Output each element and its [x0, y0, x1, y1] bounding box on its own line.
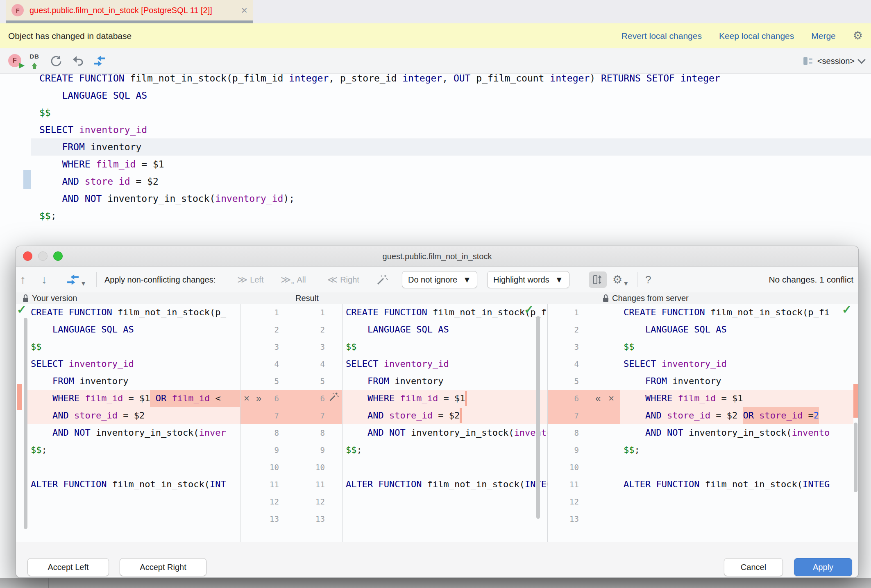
code-token: inventory_in_stock( — [411, 424, 514, 441]
accept-right-button[interactable]: Accept Right — [120, 558, 206, 576]
apply-right-button[interactable]: ≪ Right — [327, 267, 359, 292]
highlight-policy-select[interactable]: Highlight words ▼ — [487, 271, 569, 288]
code-token: $$ — [624, 441, 635, 459]
undo-icon — [71, 54, 84, 68]
code-line[interactable]: LANGUAGE SQL AS — [36, 87, 871, 104]
code-line[interactable]: FROM inventory — [36, 138, 871, 156]
close-window-button[interactable] — [23, 251, 32, 261]
line-number: 13 — [546, 510, 579, 527]
code-line[interactable]: $$; — [343, 441, 547, 459]
right-gutter: « × 12345678910111213 — [547, 304, 620, 542]
code-token: inventory_in_stock( — [689, 424, 792, 441]
run-function-button[interactable]: F▶ — [7, 48, 23, 74]
code-token: , — [442, 70, 454, 87]
apply-button[interactable]: Apply — [794, 558, 852, 576]
keep-local-changes-link[interactable]: Keep local changes — [719, 31, 794, 41]
accept-left-button[interactable]: Accept Left — [27, 558, 109, 576]
gear-icon[interactable]: ⚙ — [853, 30, 863, 41]
code-line[interactable] — [343, 510, 547, 527]
code-line[interactable]: $$; — [36, 207, 871, 224]
code-token — [624, 373, 645, 390]
code-token — [39, 87, 62, 104]
close-icon[interactable]: × — [241, 5, 247, 16]
code-token — [150, 390, 155, 407]
synchronize-scrolling-toggle[interactable] — [589, 271, 607, 288]
session-icon — [803, 56, 813, 66]
right-error-stripe-marker[interactable] — [853, 384, 858, 418]
next-change-button[interactable]: ↓ — [41, 267, 47, 292]
chevron-down-icon — [857, 56, 866, 64]
code-token: film_not_in_stock( — [130, 70, 232, 87]
apply-all-button[interactable]: ≫« All — [281, 267, 306, 292]
resolve-conflict-wand-icon[interactable] — [329, 390, 339, 407]
dialog-title-bar[interactable]: guest.public.film_not_in_stock — [16, 246, 858, 267]
result-pane[interactable]: CREATE FUNCTION film_not_in_stock(p_fil … — [343, 304, 547, 542]
insertion-marker — [465, 391, 467, 406]
minimize-window-button[interactable] — [38, 251, 48, 261]
cancel-button[interactable]: Cancel — [724, 558, 783, 576]
session-label: <session> — [817, 57, 855, 66]
run-function-icon: F▶ — [8, 54, 22, 68]
code-token: film_not_in_stock( — [112, 476, 210, 493]
compare-arrows-icon — [93, 55, 107, 67]
code-line[interactable]: CREATE FUNCTION film_not_in_stock(p_film… — [36, 70, 871, 87]
code-line[interactable]: AND store_id = $2 — [343, 407, 547, 424]
gear-icon: ⚙ — [612, 274, 622, 285]
code-line[interactable] — [343, 459, 547, 476]
left-gutter: × » 1234567891011121312345678910111213 — [240, 304, 343, 542]
code-line[interactable]: SELECT inventory_id — [36, 121, 871, 138]
code-line[interactable]: SELECT inventory_id — [343, 355, 547, 373]
code-line[interactable] — [343, 493, 547, 510]
code-line — [620, 493, 853, 510]
line-number: 5 — [546, 373, 579, 390]
previous-change-button[interactable]: ↑ — [20, 267, 26, 292]
code-token: LANGUAGE SQL AS — [367, 321, 449, 338]
ignore-right-change-icon[interactable]: × — [608, 390, 614, 407]
apply-left-button[interactable]: ≫ Left — [237, 267, 263, 292]
code-line[interactable]: ALTER FUNCTION film_not_in_stock(INTEGE — [343, 476, 547, 493]
right-scrollbar[interactable] — [854, 423, 857, 492]
revert-local-changes-link[interactable]: Revert local changes — [621, 31, 702, 41]
code-line — [620, 510, 853, 527]
code-token: ALTER FUNCTION — [624, 476, 705, 493]
code-line[interactable]: FROM inventory — [343, 373, 547, 390]
zoom-window-button[interactable] — [53, 251, 63, 261]
code-token: film_not_in_stock(p_ — [118, 304, 226, 321]
code-line[interactable]: $$ — [36, 104, 871, 121]
code-line[interactable]: LANGUAGE SQL AS — [343, 321, 547, 338]
ignore-policy-select[interactable]: Do not ignore ▼ — [402, 271, 477, 288]
code-token: AND NOT — [52, 424, 96, 441]
notification-message: Object has changed in database — [8, 31, 621, 41]
code-line[interactable]: CREATE FUNCTION film_not_in_stock(p_fil — [343, 304, 547, 321]
merge-link[interactable]: Merge — [811, 31, 836, 41]
code-token: CREATE FUNCTION — [31, 304, 118, 321]
help-button[interactable]: ? — [645, 267, 651, 292]
code-token: FROM — [367, 373, 395, 390]
code-token: $$ — [346, 338, 357, 355]
code-token: inventory_id — [215, 190, 283, 207]
apply-right-change-icon[interactable]: « — [595, 390, 601, 407]
apply-all-non-conflicting-button[interactable]: ▾ — [66, 267, 85, 292]
code-line[interactable]: AND store_id = $2 — [36, 173, 871, 190]
code-token: CREATE FUNCTION — [346, 304, 433, 321]
line-number: 11 — [546, 476, 579, 493]
code-line[interactable]: AND NOT inventory_in_stock(inventor — [343, 424, 547, 441]
code-token — [624, 390, 645, 407]
magic-resolve-button[interactable] — [377, 267, 388, 292]
line-number: 13 — [290, 510, 325, 527]
code-line[interactable]: AND NOT inventory_in_stock(inventory_id)… — [36, 190, 871, 207]
code-token — [31, 390, 52, 407]
dropdown-caret-icon: ▼ — [555, 275, 563, 285]
code-token: invento — [792, 424, 830, 441]
left-error-stripe-marker[interactable] — [17, 384, 22, 410]
settings-button[interactable]: ⚙ ▾ — [612, 267, 628, 292]
code-line[interactable]: $$ — [343, 338, 547, 355]
code-line[interactable]: WHERE film_id = $1 — [36, 156, 871, 173]
tab-film-not-in-stock[interactable]: F guest.public.film_not_in_stock [Postgr… — [6, 0, 253, 20]
notification-actions: Revert local changes Keep local changes … — [621, 30, 863, 41]
code-line[interactable]: WHERE film_id = $1 — [343, 390, 547, 407]
center-scrollbar[interactable] — [536, 316, 540, 519]
code-line: SELECT inventory_id — [620, 355, 853, 373]
left-pane-header: Your version — [23, 292, 77, 304]
left-scrollbar[interactable] — [24, 318, 27, 529]
